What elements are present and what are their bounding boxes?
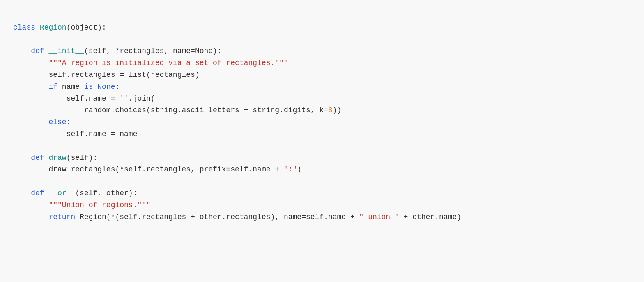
- line-8: random.choices(string.ascii_letters + st…: [13, 106, 341, 114]
- line-7: self.name = ''.join(: [13, 95, 155, 103]
- line-4: """A region is initialized via a set of …: [13, 59, 288, 67]
- line-3: def __init__(self, *rectangles, name=Non…: [13, 47, 222, 55]
- line-5: self.rectangles = list(rectangles): [13, 71, 200, 79]
- code-block: class Region(object): def __init__(self,…: [13, 10, 631, 235]
- line-12: def draw(self):: [13, 154, 97, 162]
- code-container: class Region(object): def __init__(self,…: [0, 0, 644, 282]
- line-16: """Union of regions.""": [13, 201, 151, 209]
- line-13: draw_rectangles(*self.rectangles, prefix…: [13, 165, 301, 173]
- line-10: self.name = name: [13, 130, 137, 138]
- line-1: class Region(object):: [13, 23, 106, 32]
- line-6: if name is None:: [13, 83, 120, 91]
- line-9: else:: [13, 118, 71, 126]
- line-15: def __or__(self, other):: [13, 189, 137, 197]
- line-17: return Region(*(self.rectangles + other.…: [13, 213, 461, 221]
